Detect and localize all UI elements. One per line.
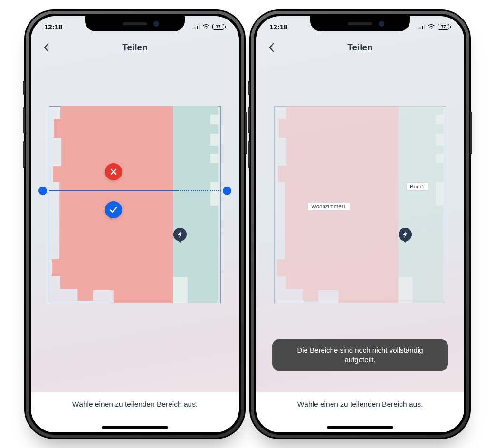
room-label-a[interactable]: Wohnzimmer1 (307, 202, 350, 211)
back-button[interactable] (40, 42, 52, 53)
notch (85, 16, 185, 31)
map-area[interactable]: Wohnzimmer1 Büro1 (274, 106, 446, 303)
volume-up-button (248, 107, 250, 133)
check-icon (110, 206, 117, 213)
volume-down-button (23, 141, 25, 168)
split-solid-segment (49, 190, 178, 191)
cancel-split-button[interactable] (105, 163, 122, 180)
chevron-left-icon (43, 43, 49, 52)
page-title: Teilen (31, 42, 239, 53)
battery-percent: 77 (438, 24, 449, 30)
volume-up-button (23, 107, 25, 133)
header: Teilen (256, 37, 464, 58)
floor-map (49, 106, 221, 303)
battery-percent: 77 (212, 24, 224, 30)
wifi-icon (428, 24, 435, 29)
notch (310, 16, 410, 31)
split-handle-left[interactable] (38, 187, 47, 195)
bolt-icon (402, 231, 409, 238)
page-title: Teilen (256, 42, 464, 53)
status-right: 77 (192, 24, 226, 30)
map-area[interactable] (49, 106, 221, 303)
status-time: 12:18 (44, 23, 62, 31)
mute-switch (23, 81, 25, 95)
confirm-split-button[interactable] (105, 201, 122, 218)
phone-left: 12:18 77 Teilen (24, 9, 246, 439)
header: Teilen (31, 37, 239, 58)
power-button (245, 112, 247, 154)
stage: 12:18 77 Teilen (0, 0, 495, 448)
battery-icon: 77 (212, 24, 226, 30)
home-indicator[interactable] (327, 426, 393, 429)
volume-down-button (248, 141, 250, 168)
dock-marker[interactable] (173, 228, 187, 241)
cell-signal-icon (192, 24, 200, 29)
room-label-b[interactable]: Büro1 (406, 182, 428, 191)
home-indicator[interactable] (102, 426, 168, 429)
phone-right: 12:18 77 Teilen (249, 9, 471, 439)
status-right: 77 (418, 24, 451, 30)
footer-hint: Wähle einen zu teilenden Bereich aus. (297, 400, 423, 409)
cell-signal-icon (418, 24, 426, 29)
battery-icon: 77 (438, 24, 451, 30)
close-icon (110, 168, 117, 175)
split-handle-right[interactable] (223, 187, 231, 195)
power-button (470, 112, 472, 154)
floor-map (274, 106, 446, 303)
status-time: 12:18 (269, 23, 287, 31)
dock-marker[interactable] (399, 228, 412, 241)
toast-message: Die Bereiche sind noch nicht vollständig… (272, 339, 448, 371)
bolt-icon (177, 231, 183, 238)
split-dotted-segment (178, 190, 221, 191)
mute-switch (248, 81, 250, 95)
footer-hint: Wähle einen zu teilenden Bereich aus. (72, 400, 198, 409)
screen: 12:18 77 Teilen (256, 16, 464, 432)
screen: 12:18 77 Teilen (31, 16, 239, 432)
chevron-left-icon (268, 43, 274, 52)
back-button[interactable] (266, 42, 277, 53)
wifi-icon (202, 24, 210, 29)
